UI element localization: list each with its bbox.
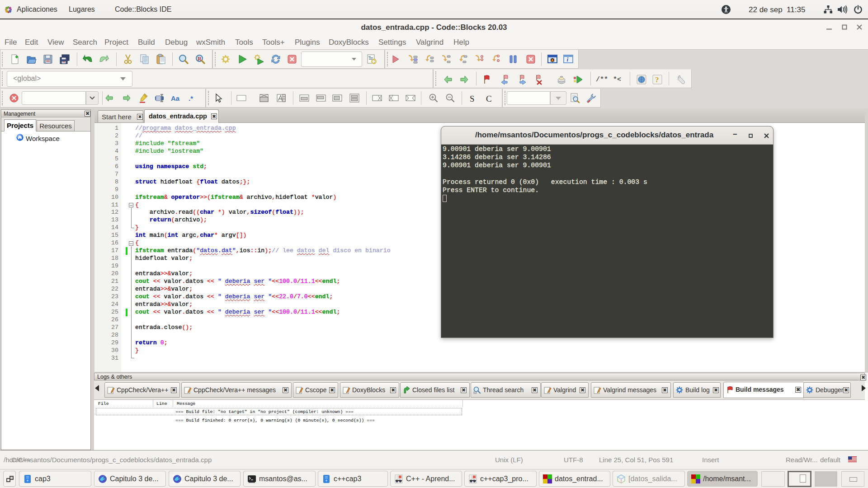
svg-text:i: i [567, 56, 569, 63]
svg-text:R: R [198, 56, 202, 62]
svg-text:?: ? [655, 75, 659, 84]
